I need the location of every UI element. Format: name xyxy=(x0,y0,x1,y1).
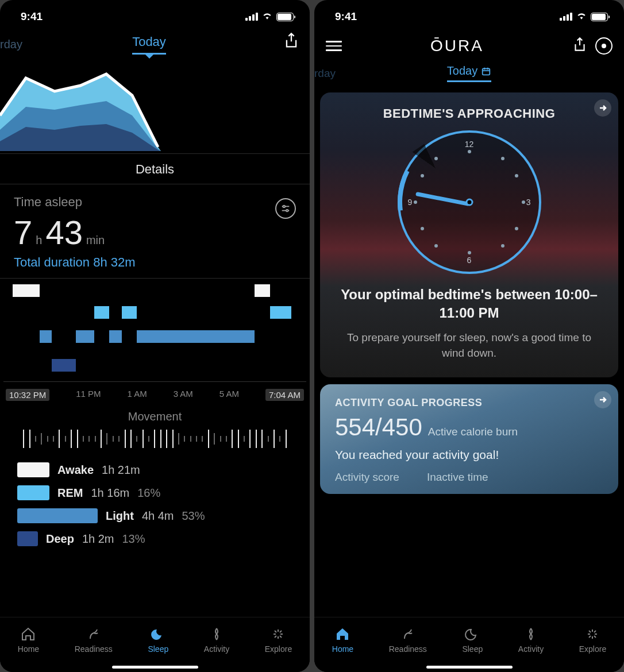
svg-line-9 xyxy=(275,631,276,632)
legend-row: Light 4h 4m 53% xyxy=(17,508,292,523)
date-tab-prev[interactable]: rday xyxy=(0,38,22,51)
movement-chart[interactable] xyxy=(0,427,310,451)
clock-3: 3 xyxy=(526,198,531,207)
time-tick: 11 PM xyxy=(76,389,101,401)
time-tick: 3 AM xyxy=(174,389,193,401)
date-current-label: Today xyxy=(447,64,477,78)
time-asleep-label: Time asleep xyxy=(14,195,296,210)
svg-point-4 xyxy=(286,210,288,212)
activity-goal-card[interactable]: ACTIVITY GOAL PROGRESS 554/450 Active ca… xyxy=(320,384,618,494)
legend-duration: 1h 21m xyxy=(102,464,140,477)
details-header: Details xyxy=(0,153,310,184)
explore-icon xyxy=(270,626,286,642)
clock-9: 9 xyxy=(408,198,413,207)
hypno-segment xyxy=(40,330,52,343)
nav-readiness[interactable]: Readiness xyxy=(75,626,113,654)
status-time: 9:41 xyxy=(21,10,43,23)
home-icon xyxy=(334,626,350,642)
legend-duration: 4h 4m xyxy=(142,509,174,523)
legend-color-bar xyxy=(17,462,49,477)
chevron-right-icon[interactable] xyxy=(594,391,611,408)
nav-explore[interactable]: Explore xyxy=(265,626,292,654)
status-time: 9:41 xyxy=(335,10,357,23)
app-header: ŌURA xyxy=(314,29,624,62)
cellular-icon xyxy=(560,13,572,21)
legend-row: Awake 1h 21m xyxy=(17,462,292,477)
hypno-segment xyxy=(13,284,40,297)
bedtime-headline: Your optimal bedtime's between 10:00–11:… xyxy=(337,285,601,323)
status-bar: 9:41 xyxy=(314,0,624,29)
home-screen: 9:41 ŌURA rday Today BEDTIME'S APPROACHI… xyxy=(314,0,624,672)
sleep-hours: 7 xyxy=(14,213,32,252)
date-tabs[interactable]: rday Today xyxy=(314,62,624,88)
nav-explore[interactable]: Explore xyxy=(579,626,606,654)
share-icon[interactable] xyxy=(283,32,299,52)
hours-unit: h xyxy=(36,234,42,247)
battery-icon xyxy=(591,13,608,21)
readiness-icon xyxy=(400,626,416,642)
activity-icon xyxy=(523,626,539,642)
sleep-start-time: 10:32 PM xyxy=(6,389,49,401)
home-icon xyxy=(20,626,36,642)
nav-activity[interactable]: Activity xyxy=(204,626,229,654)
filter-icon[interactable] xyxy=(275,198,296,219)
bedtime-card[interactable]: BEDTIME'S APPROACHING 12 3 6 9 xyxy=(320,92,618,377)
date-tab-current[interactable]: Today xyxy=(447,64,491,82)
legend-row: Deep 1h 2m 13% xyxy=(17,531,292,546)
nav-label: Activity xyxy=(518,644,544,654)
hypno-segment xyxy=(161,330,240,343)
clock-12: 12 xyxy=(465,140,474,149)
home-indicator[interactable] xyxy=(112,666,198,669)
nav-label: Explore xyxy=(265,644,292,654)
nav-readiness[interactable]: Readiness xyxy=(389,626,427,654)
status-bar: 9:41 xyxy=(0,0,310,29)
legend-name: REM xyxy=(57,486,83,500)
nav-home[interactable]: Home xyxy=(18,626,39,654)
hypno-segment xyxy=(52,359,76,372)
hypno-segment xyxy=(270,306,291,319)
legend-duration: 1h 2m xyxy=(82,532,114,546)
total-duration[interactable]: Total duration 8h 32m xyxy=(14,255,296,270)
wifi-icon xyxy=(261,11,273,22)
legend-name: Deep xyxy=(46,532,74,546)
time-tick: 5 AM xyxy=(219,389,239,401)
hypno-segment xyxy=(240,330,255,343)
sleep-minutes: 43 xyxy=(45,213,83,252)
legend-percent: 16% xyxy=(137,486,160,500)
legend-name: Awake xyxy=(57,464,94,477)
svg-line-10 xyxy=(280,636,282,638)
nav-activity[interactable]: Activity xyxy=(518,626,544,654)
sleep-detail-screen: 9:41 rday Today Details Time asleep 7 h … xyxy=(0,0,310,672)
share-icon[interactable] xyxy=(572,37,587,55)
date-tab-current[interactable]: Today xyxy=(132,34,166,55)
date-tabs[interactable]: rday Today xyxy=(0,29,310,58)
home-indicator[interactable] xyxy=(426,666,513,669)
sleep-score-area-chart[interactable] xyxy=(0,58,161,151)
hypno-segment xyxy=(94,306,109,319)
time-tick: 1 AM xyxy=(127,389,147,401)
nav-sleep[interactable]: Sleep xyxy=(148,626,168,654)
hypno-segment xyxy=(76,330,94,343)
inactive-time-label: Inactive time xyxy=(427,471,488,484)
activity-message: You reached your activity goal! xyxy=(335,448,603,462)
sleep-icon xyxy=(150,626,166,642)
bedtime-clock: 12 3 6 9 xyxy=(398,130,541,274)
movement-label: Movement xyxy=(0,404,310,427)
time-asleep-value: 7 h 43 min xyxy=(14,213,296,252)
chevron-right-icon[interactable] xyxy=(594,99,611,117)
legend-color-bar xyxy=(17,508,98,523)
nav-sleep[interactable]: Sleep xyxy=(462,626,483,654)
time-asleep-section: Time asleep 7 h 43 min Total duration 8h… xyxy=(0,184,310,278)
svg-line-21 xyxy=(589,636,591,638)
date-tab-prev[interactable]: rday xyxy=(314,67,336,80)
bedtime-subtitle: To prepare yourself for sleep, now's a g… xyxy=(337,330,601,361)
clock-6: 6 xyxy=(467,256,472,265)
svg-line-12 xyxy=(275,636,276,638)
readiness-icon xyxy=(86,626,102,642)
activity-title: ACTIVITY GOAL PROGRESS xyxy=(335,397,603,409)
hamburger-icon[interactable] xyxy=(326,41,342,51)
sleep-hypnogram[interactable]: 10:32 PM 11 PM 1 AM 3 AM 5 AM 7:04 AM xyxy=(0,278,310,404)
ring-device-icon[interactable] xyxy=(595,37,613,55)
svg-point-3 xyxy=(283,206,286,208)
nav-home[interactable]: Home xyxy=(332,626,353,654)
